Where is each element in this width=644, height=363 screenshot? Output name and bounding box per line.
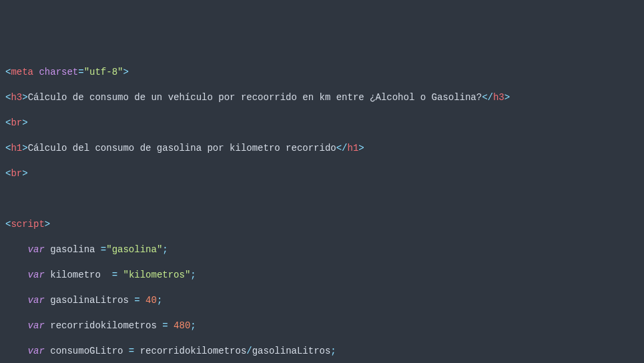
code-editor[interactable]: <meta charset="utf-8"> <h3>Cálculo de co… — [5, 53, 639, 363]
code-line[interactable]: var consumoGLitro = recorridokilometros/… — [5, 345, 639, 358]
code-line[interactable]: var recorridokilometros = 480; — [5, 320, 639, 332]
code-line[interactable]: <br> — [5, 167, 639, 180]
code-line[interactable]: <h3>Cálculo de consumo de un vehículo po… — [5, 91, 639, 104]
code-line[interactable] — [5, 193, 639, 206]
code-line[interactable]: var gasolinaLitros = 40; — [5, 294, 639, 307]
code-line[interactable]: <meta charset="utf-8"> — [5, 66, 639, 79]
code-line[interactable]: var gasolina ="gasolina"; — [5, 244, 639, 256]
code-line[interactable]: <h1>Cálculo del consumo de gasolina por … — [5, 142, 639, 155]
code-line[interactable]: <br> — [5, 117, 639, 129]
code-line[interactable]: <script> — [5, 218, 639, 231]
code-line[interactable]: var kilometro = "kilometros"; — [5, 269, 639, 282]
